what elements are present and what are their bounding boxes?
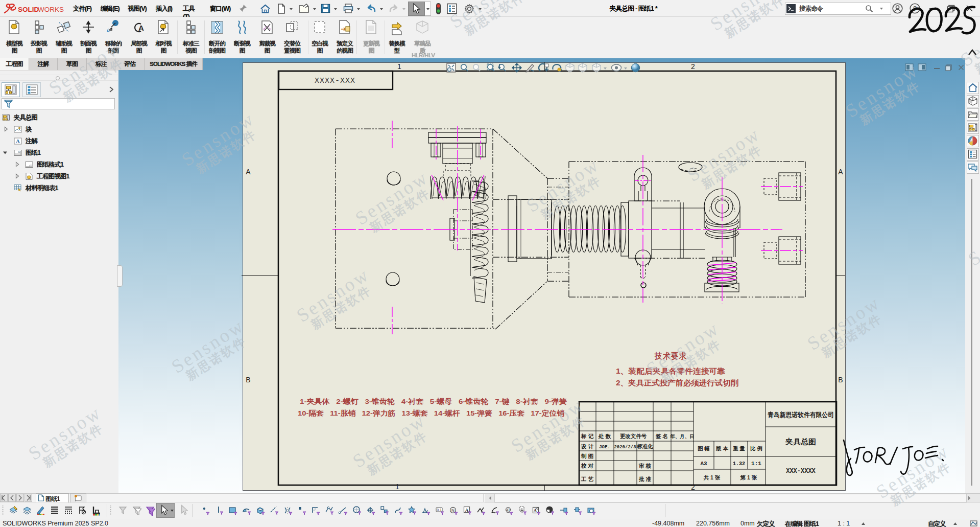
svg-text:1: 1 bbox=[397, 62, 401, 71]
svg-text:更改文件号: 更改文件号 bbox=[620, 433, 647, 439]
svg-text:1-夹具体 2-螺钉 3-锥齿轮 4-衬套: 1-夹具体 2-螺钉 3-锥齿轮 4-衬套 5-螺母 6-锥齿轮 7-键 8-衬… bbox=[300, 397, 567, 405]
svg-text:设 计: 设 计 bbox=[581, 443, 593, 449]
svg-text:A: A bbox=[246, 168, 251, 176]
svg-text:A3: A3 bbox=[700, 461, 707, 467]
svg-text:1:1: 1:1 bbox=[751, 461, 761, 467]
svg-text:版 本: 版 本 bbox=[715, 445, 728, 451]
svg-text:XXXX-XXX: XXXX-XXX bbox=[315, 77, 355, 85]
svg-text:A: A bbox=[465, 508, 469, 513]
svg-text:1、装配后夹具各零件连接可靠: 1、装配后夹具各零件连接可靠 bbox=[616, 367, 726, 375]
svg-text:第 1 张: 第 1 张 bbox=[740, 474, 757, 480]
svg-text:A: A bbox=[138, 24, 144, 32]
svg-text:处 数: 处 数 bbox=[598, 433, 611, 439]
svg-text:审 核: 审 核 bbox=[639, 463, 651, 469]
svg-text:WORKS: WORKS bbox=[38, 6, 64, 13]
svg-text:2: 2 bbox=[691, 483, 695, 491]
svg-text:比 例: 比 例 bbox=[750, 445, 762, 451]
svg-text:JOE.: JOE. bbox=[599, 445, 610, 450]
svg-text:10-隔套 11-胀销 12-弹力筋 13-螺套: 10-隔套 11-胀销 12-弹力筋 13-螺套 14-螺杆 15-弹簧 16-… bbox=[298, 409, 565, 417]
svg-text:制 图: 制 图 bbox=[581, 453, 593, 459]
svg-text:XXX-XXXX: XXX-XXXX bbox=[786, 468, 816, 475]
svg-text:共 1 张: 共 1 张 bbox=[703, 474, 721, 480]
svg-text:工 艺: 工 艺 bbox=[581, 476, 593, 482]
svg-text:夹具总图: 夹具总图 bbox=[785, 438, 816, 446]
svg-text:AT: AT bbox=[506, 508, 510, 512]
svg-text:标准化: 标准化 bbox=[636, 443, 653, 449]
svg-text:标 记: 标 记 bbox=[581, 433, 593, 439]
svg-text:SOLID: SOLID bbox=[18, 6, 39, 13]
svg-text:1.32: 1.32 bbox=[733, 461, 745, 467]
svg-text:青岛新思诺软件有限公司: 青岛新思诺软件有限公司 bbox=[768, 411, 834, 419]
svg-text:B: B bbox=[246, 376, 250, 384]
svg-text:A: A bbox=[838, 168, 843, 176]
svg-text:技术要求: 技术要求 bbox=[654, 351, 687, 360]
svg-text:签 名: 签 名 bbox=[655, 433, 668, 439]
svg-text:0.1: 0.1 bbox=[437, 508, 442, 512]
svg-text:年、月、日: 年、月、日 bbox=[670, 433, 695, 439]
svg-text:A: A bbox=[16, 138, 20, 144]
svg-text:校 对: 校 对 bbox=[581, 463, 593, 469]
svg-text:2、夹具正式投产前必须进行试切削: 2、夹具正式投产前必须进行试切削 bbox=[616, 379, 739, 387]
svg-text:B: B bbox=[838, 376, 843, 384]
svg-text:图 幅: 图 幅 bbox=[698, 445, 710, 451]
svg-text:批 准: 批 准 bbox=[638, 476, 651, 482]
svg-text:1: 1 bbox=[395, 483, 399, 491]
svg-text:重 量: 重 量 bbox=[733, 445, 745, 451]
svg-text:2: 2 bbox=[691, 62, 695, 71]
svg-text:2020/2/3: 2020/2/3 bbox=[614, 445, 636, 450]
